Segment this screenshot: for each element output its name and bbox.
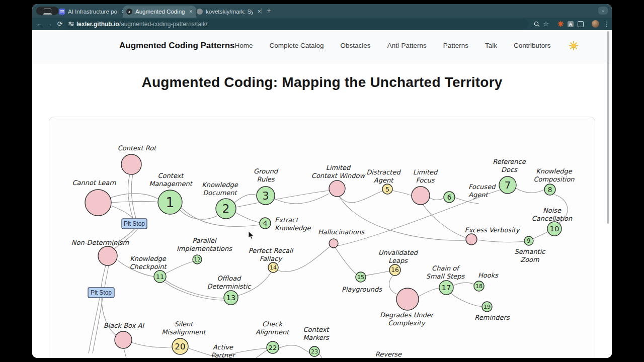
node-number: 10 [550,224,559,233]
label-parallel-implementations: ParallelImplementations [177,237,232,252]
label-degrades-under-complexity: Degrades UnderComplexity [380,311,435,327]
diagram-edge [124,348,126,358]
node-knowledge-checkpoint[interactable]: 11 [154,270,166,283]
node-extract-knowledge[interactable]: 4 [260,218,271,229]
node-hallucinations[interactable] [329,239,338,248]
tab-title: Augmented Coding Patterns [135,9,185,15]
browser-window: AI Infrastructure podcast - G ✕ ▲ Augmen… [32,4,612,358]
diagram-edge [423,204,466,238]
node-focused-agent[interactable]: 6 [444,192,455,203]
label-hallucinations: Hallucinations [318,228,365,236]
diagram-edge [477,240,525,242]
node-offload-deterministic[interactable]: 13 [224,291,238,305]
diagram-edge [131,174,136,218]
node-unvalidated-leaps[interactable]: 16 [389,264,400,276]
nav-link-home[interactable]: Home [235,42,253,49]
node-excess-verbosity[interactable] [466,234,477,245]
node-distracted-agent[interactable]: 5 [382,184,392,194]
node-silent-misalignment[interactable]: 20 [172,338,188,354]
label-non-determinism: Non-Determinism [71,239,129,246]
diagram-edge [319,353,324,358]
node-hooks[interactable]: 18 [474,281,484,291]
bookmark-star-icon[interactable]: ☆ [542,18,550,30]
node-context-markers[interactable]: 23 [309,346,319,356]
label-knowledge-composition: KnowledgeComposition [533,167,575,183]
nav-link-anti-patterns[interactable]: Anti-Patterns [387,42,427,49]
label-context-markers: ContextMarkers [303,326,330,341]
zoom-page-icon[interactable] [533,18,541,30]
forward-button[interactable]: → [45,18,53,30]
close-tab-icon[interactable]: ✕ [256,9,261,14]
nav-link-patterns[interactable]: Patterns [443,42,468,49]
extension-frame-icon[interactable] [577,18,585,30]
label-ground-rules: GroundRules [254,167,279,183]
label-extract-knowledge: ExtractKnowledge [275,216,311,232]
label-reference-docs: ReferenceDocs [493,158,526,173]
nav-link-contributors[interactable]: Contributors [514,42,551,49]
node-ground-rules[interactable]: 3 [257,187,275,205]
diagram-edge [533,232,548,239]
node-perfect-recall-fallacy[interactable]: 14 [268,262,278,273]
extension-a-icon[interactable]: A [567,18,575,30]
node-non-determinism[interactable] [98,246,117,265]
label-playgrounds: Playgrounds [342,286,382,293]
pit-stop-button[interactable]: Pit Stop [122,219,147,229]
node-knowledge-composition[interactable]: 8 [544,184,555,195]
label-unvalidated-leaps: UnvalidatedLeaps [378,249,419,264]
nav-link-complete-catalog[interactable]: Complete Catalog [270,42,324,49]
profile-avatar[interactable] [591,18,599,30]
tab-kovetskiy-mark[interactable]: kovetskiy/mark: Sync your ma ✕ [193,6,265,18]
node-playgrounds[interactable]: 15 [356,272,366,282]
diagram-edge [389,276,397,294]
node-number: 20 [175,341,185,351]
node-context-rot[interactable] [121,154,141,174]
tab-title: AI Infrastructure podcast - G [68,9,117,15]
node-reminders[interactable]: 19 [482,302,492,312]
web-page: Augmented Coding Patterns Home Complete … [32,30,612,358]
node-number: 1 [166,195,174,210]
tab-ai-infrastructure-podcast[interactable]: AI Infrastructure podcast - G ✕ [55,6,129,18]
node-noise-cancellation[interactable]: 10 [547,222,561,236]
node-limited-focus[interactable] [412,187,430,205]
nav-link-obstacles[interactable]: Obstacles [341,42,371,49]
node-chain-of-small-steps[interactable]: 17 [439,281,453,295]
label-limited-context-window: LimitedContext Window [311,164,366,179]
node-number: 11 [156,273,165,281]
node-number: 22 [269,344,277,351]
node-black-box-ai[interactable] [115,331,132,348]
diagram-edge [131,342,172,347]
node-number: 13 [226,293,236,302]
theme-toggle-sun-icon[interactable] [569,41,578,50]
browser-menu-icon[interactable]: ⋮ [602,18,610,30]
nav-link-talk[interactable]: Talk [485,42,497,49]
reload-button[interactable]: ⟳ [56,18,64,30]
page-scrollbar-thumb[interactable] [607,31,609,224]
diagram-edge [335,247,356,274]
extension-starburst-icon[interactable] [556,18,565,30]
tune-icon[interactable] [68,21,74,27]
diagram-label: ActivePartner [211,343,236,358]
node-cannot-learn[interactable] [85,190,111,216]
pit-stop-button[interactable]: Pit Stop [88,288,114,298]
close-tab-icon[interactable]: ✕ [188,9,193,14]
node-semantic-zoom[interactable]: 9 [524,236,533,245]
node-parallel-implementations[interactable]: 12 [193,255,202,264]
back-button[interactable]: ← [35,18,43,30]
node-context-management[interactable]: 1 [158,190,182,214]
letterbox: AI Infrastructure podcast - G ✕ ▲ Augmen… [0,0,644,362]
node-limited-context-window[interactable] [329,180,345,197]
new-tab-button[interactable]: + [265,7,273,15]
diagram-edge [236,191,329,207]
node-number: 2 [222,202,230,215]
node-check-alignment[interactable]: 22 [267,341,279,353]
pit-stop-label: Pit Stop [91,289,112,296]
url-text[interactable]: lexler.github.io/augmented-coding-patter… [76,18,207,30]
node-number: 19 [484,304,491,310]
tab-augmented-coding-patterns[interactable]: ▲ Augmented Coding Patterns ✕ [123,6,196,18]
node-number: 5 [385,186,389,193]
node-reference-docs[interactable]: 7 [499,176,516,194]
site-brand[interactable]: Augmented Coding Patterns [119,41,235,51]
tab-search-button[interactable]: ⌄ [598,7,608,15]
node-knowledge-document[interactable]: 2 [216,199,236,219]
node-degrades-under-complexity[interactable] [396,288,419,310]
